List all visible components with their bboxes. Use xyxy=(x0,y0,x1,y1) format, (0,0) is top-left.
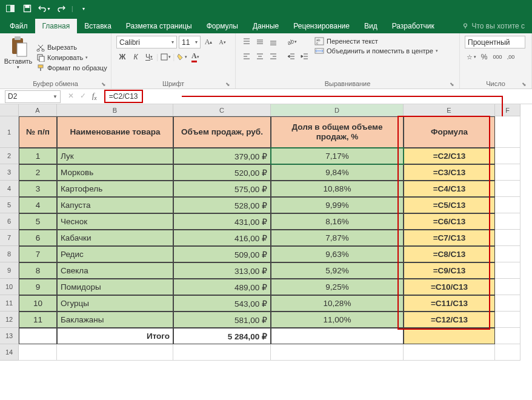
tab-home[interactable]: Главная xyxy=(35,19,78,33)
cell[interactable]: 528,00 ₽ xyxy=(173,197,271,213)
cell[interactable]: 313,00 ₽ xyxy=(173,262,271,279)
alignment-launcher[interactable]: ⬊ xyxy=(450,81,454,87)
row-header[interactable]: 5 xyxy=(0,197,19,213)
wrap-text-button[interactable]: abcПеренести текст xyxy=(314,37,438,45)
cell[interactable]: Капуста xyxy=(57,197,173,213)
cell[interactable]: =C6/C13 xyxy=(404,213,495,230)
cell[interactable]: Формула xyxy=(404,116,495,148)
col-header[interactable]: B xyxy=(57,104,173,116)
cell[interactable]: 575,00 ₽ xyxy=(173,181,271,197)
cell[interactable]: Кабачки xyxy=(57,230,173,246)
cell[interactable] xyxy=(271,328,404,344)
row-header[interactable]: 1 xyxy=(0,116,19,148)
cell[interactable]: =C9/C13 xyxy=(404,262,495,279)
col-header[interactable]: C xyxy=(173,104,271,116)
col-header[interactable]: A xyxy=(19,104,57,116)
cell[interactable]: =C4/C13 xyxy=(404,181,495,197)
cell[interactable]: =C5/C13 xyxy=(404,197,495,213)
cell[interactable]: 431,00 ₽ xyxy=(173,213,271,230)
tab-page-layout[interactable]: Разметка страницы xyxy=(119,19,199,33)
align-right-button[interactable] xyxy=(267,50,279,62)
save-button[interactable] xyxy=(21,2,34,15)
tab-view[interactable]: Вид xyxy=(357,19,385,33)
cell[interactable]: 489,00 ₽ xyxy=(173,279,271,295)
cell[interactable]: Лук xyxy=(57,148,173,164)
row-header[interactable]: 14 xyxy=(0,344,19,361)
increase-indent-button[interactable] xyxy=(299,50,311,62)
cell[interactable]: 7,17% xyxy=(271,148,404,164)
cell[interactable]: 9 xyxy=(19,279,57,295)
tab-file[interactable]: Файл xyxy=(2,19,35,33)
name-box[interactable]: D2▼ xyxy=(5,90,61,103)
cell[interactable]: 6 xyxy=(19,230,57,246)
merge-center-button[interactable]: Объединить и поместить в центре▾ xyxy=(314,47,438,55)
cell[interactable] xyxy=(173,344,271,361)
cell[interactable]: 7,87% xyxy=(271,230,404,246)
redo-button[interactable] xyxy=(55,2,68,15)
decrease-indent-button[interactable] xyxy=(285,50,298,62)
cell[interactable]: 10,28% xyxy=(271,295,404,312)
cell[interactable]: 5,92% xyxy=(271,262,404,279)
font-launcher[interactable]: ⬊ xyxy=(225,81,230,87)
cell[interactable]: Свекла xyxy=(57,262,173,279)
cell[interactable]: 8 xyxy=(19,262,57,279)
cell[interactable] xyxy=(495,197,520,213)
cell[interactable] xyxy=(57,344,173,361)
align-middle-button[interactable] xyxy=(254,36,266,48)
fill-color-button[interactable]: ▾ xyxy=(176,51,188,63)
row-header[interactable]: 13 xyxy=(0,328,19,344)
cell[interactable] xyxy=(19,344,57,361)
select-all-corner[interactable] xyxy=(0,104,19,116)
cell[interactable]: Баклажаны xyxy=(57,312,173,328)
font-color-button[interactable]: A▾ xyxy=(189,51,201,63)
cell[interactable]: 379,00 ₽ xyxy=(173,148,271,164)
cell[interactable] xyxy=(495,181,520,197)
cell[interactable]: 4 xyxy=(19,197,57,213)
cell[interactable]: № п/п xyxy=(19,116,57,148)
cell[interactable]: Редис xyxy=(57,246,173,262)
cell[interactable]: 3 xyxy=(19,181,57,197)
cell[interactable]: =C12/C13 xyxy=(404,312,495,328)
cell[interactable]: 10,88% xyxy=(271,181,404,197)
row-header[interactable]: 11 xyxy=(0,295,19,312)
cell[interactable] xyxy=(495,312,520,328)
clipboard-launcher[interactable]: ⬊ xyxy=(101,81,106,87)
number-format-combo[interactable]: Процентный xyxy=(465,36,525,48)
percent-button[interactable]: % xyxy=(478,51,490,63)
font-size-combo[interactable]: 11▾ xyxy=(179,36,201,48)
cell[interactable]: 11,00% xyxy=(271,312,404,328)
tab-data[interactable]: Данные xyxy=(245,19,286,33)
enter-formula-button[interactable]: ✓ xyxy=(80,92,86,101)
cell[interactable] xyxy=(495,116,520,148)
cell[interactable]: Чеснок xyxy=(57,213,173,230)
cell[interactable] xyxy=(495,164,520,181)
cut-button[interactable]: Вырезать xyxy=(35,42,108,52)
number-launcher[interactable]: ⬊ xyxy=(522,81,527,87)
cell[interactable] xyxy=(404,328,495,344)
row-header[interactable]: 10 xyxy=(0,279,19,295)
cell[interactable] xyxy=(495,328,520,344)
cell[interactable]: =C11/C13 xyxy=(404,295,495,312)
cell[interactable]: 8,16% xyxy=(271,213,404,230)
cell[interactable]: 9,84% xyxy=(271,164,404,181)
decrease-font-button[interactable]: A▾ xyxy=(216,36,228,48)
cell[interactable]: Морковь xyxy=(57,164,173,181)
cell[interactable] xyxy=(495,344,520,361)
tab-insert[interactable]: Вставка xyxy=(77,19,119,33)
cell[interactable] xyxy=(495,279,520,295)
cell[interactable]: 416,00 ₽ xyxy=(173,230,271,246)
align-left-button[interactable] xyxy=(241,50,253,62)
paste-button[interactable]: Вставить▾ xyxy=(5,36,32,79)
cell[interactable]: 9,25% xyxy=(271,279,404,295)
row-header[interactable]: 6 xyxy=(0,213,19,230)
copy-button[interactable]: Копировать▾ xyxy=(35,53,108,62)
row-header[interactable]: 8 xyxy=(0,246,19,262)
col-header[interactable]: D xyxy=(271,104,404,116)
tell-me[interactable]: Что вы хотите с xyxy=(457,19,530,33)
tab-formulas[interactable]: Формулы xyxy=(199,19,245,33)
undo-button[interactable]: ▼ xyxy=(38,2,51,15)
col-header[interactable]: F xyxy=(495,104,520,116)
comma-button[interactable]: 000 xyxy=(491,51,504,63)
orientation-button[interactable]: ab▾ xyxy=(285,36,298,48)
align-center-button[interactable] xyxy=(254,50,266,62)
